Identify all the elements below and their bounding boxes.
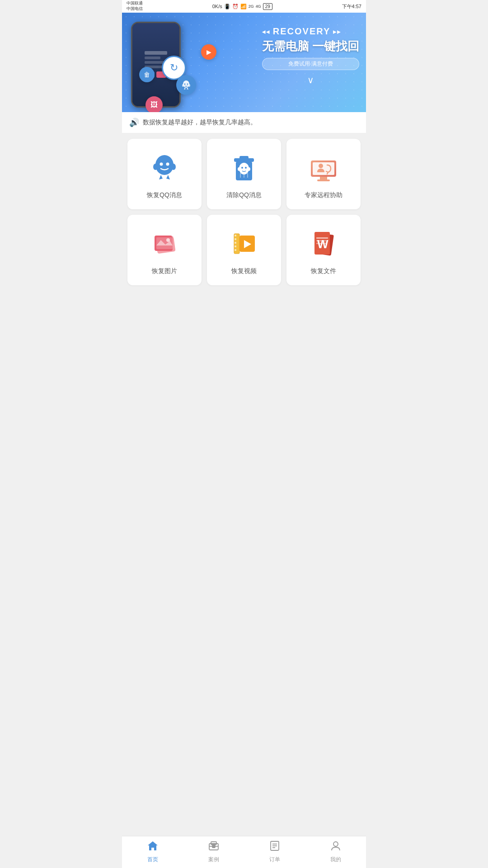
banner-title: 无需电脑 一键找回 — [262, 38, 359, 54]
svg-point-22 — [238, 167, 240, 171]
svg-rect-30 — [317, 179, 330, 181]
svg-rect-52 — [316, 243, 327, 244]
svg-rect-40 — [235, 235, 236, 236]
carrier2: 中国电信 — [127, 6, 143, 12]
recover-photo-icon — [148, 227, 181, 260]
float-photo-icon: 🖼 — [145, 96, 163, 112]
content-spacer — [122, 291, 366, 426]
svg-point-36 — [166, 238, 170, 242]
network-speed: 0K/s — [212, 4, 222, 9]
svg-point-20 — [241, 167, 243, 169]
vibrate-icon: 📳 — [224, 4, 230, 9]
svg-point-31 — [319, 164, 323, 168]
banner-subtitle: 免费试用·满意付费 — [262, 58, 359, 70]
svg-point-14 — [153, 164, 158, 170]
float-trash-icon: 🗑 — [139, 67, 155, 82]
svg-point-8 — [187, 84, 188, 85]
grid-item-recover-file[interactable]: W 恢复文件 — [286, 215, 361, 285]
svg-rect-51 — [316, 240, 326, 241]
banner-text: RECOVERY 无需电脑 一键找回 免费试用·满意付费 ∨ — [262, 26, 359, 85]
grid-item-recover-video[interactable]: 恢复视频 — [207, 215, 281, 285]
recover-photo-label: 恢复图片 — [152, 267, 177, 275]
svg-rect-50 — [316, 237, 328, 239]
carrier1: 中国联通 — [127, 1, 143, 6]
expert-remote-icon — [307, 151, 340, 184]
grid-item-recover-qq[interactable]: 恢复QQ消息 — [127, 139, 202, 209]
svg-rect-29 — [320, 177, 327, 179]
grid-item-recover-photo[interactable]: 恢复图片 — [127, 215, 202, 285]
clock: 下午4:57 — [342, 3, 361, 10]
notice-speaker-icon: 🔊 — [129, 118, 139, 127]
battery-icon: 29 — [263, 3, 272, 10]
wifi-icon: 📶 — [240, 4, 247, 9]
svg-point-7 — [184, 84, 186, 85]
svg-point-13 — [166, 163, 169, 166]
clear-qq-label: 清除QQ消息 — [226, 191, 262, 199]
banner-recovery-label: RECOVERY — [262, 26, 359, 37]
status-center: 0K/s 📳 ⏰ 📶 2G 4G 29 — [212, 3, 272, 10]
grid-item-clear-qq[interactable]: 清除QQ消息 — [207, 139, 281, 209]
svg-point-9 — [182, 84, 184, 87]
signal-2g-icon: 2G — [249, 4, 254, 9]
recover-file-icon: W — [307, 227, 340, 260]
recover-qq-icon — [148, 151, 181, 184]
svg-rect-0 — [145, 51, 167, 55]
status-bar: 中国联通 中国电信 0K/s 📳 ⏰ 📶 2G 4G 29 下午4:57 — [122, 0, 366, 13]
svg-rect-43 — [235, 245, 236, 247]
recover-qq-label: 恢复QQ消息 — [147, 191, 182, 199]
feature-grid: 恢复QQ消息 清除QQ消息 — [122, 133, 366, 291]
svg-point-15 — [171, 164, 176, 170]
svg-point-23 — [248, 167, 250, 171]
float-qq-icon — [176, 75, 196, 95]
clear-qq-icon — [228, 151, 260, 184]
svg-point-19 — [239, 163, 249, 175]
alarm-icon: ⏰ — [232, 4, 239, 9]
carrier-info: 中国联通 中国电信 — [127, 1, 143, 11]
float-video-icon: ▶ — [201, 44, 216, 60]
signal-4g-icon: 4G — [256, 4, 261, 9]
svg-rect-1 — [145, 57, 160, 59]
banner[interactable]: ↻ ▶ 🗑 🖼 RECOVERY 无需电脑 一键找回 免费试用·满意付费 ∨ — [122, 13, 366, 112]
svg-point-12 — [160, 163, 163, 166]
recover-video-label: 恢复视频 — [231, 267, 257, 275]
svg-rect-41 — [235, 238, 236, 240]
svg-point-10 — [188, 84, 190, 87]
svg-rect-42 — [235, 242, 236, 244]
svg-point-11 — [155, 155, 174, 175]
banner-chevron-icon: ∨ — [262, 75, 359, 85]
recover-video-icon — [228, 227, 260, 260]
expert-remote-label: 专家远程协助 — [305, 191, 343, 199]
notice-bar: 🔊 数据恢复越早越好，越早恢复几率越高。 — [122, 112, 366, 133]
notice-text: 数据恢复越早越好，越早恢复几率越高。 — [143, 118, 257, 127]
svg-point-21 — [245, 167, 247, 169]
recover-file-label: 恢复文件 — [311, 267, 336, 275]
svg-rect-18 — [239, 156, 249, 160]
banner-phone-mockup: ↻ ▶ 🗑 🖼 — [131, 22, 190, 112]
status-time: 下午4:57 — [342, 3, 361, 10]
svg-rect-44 — [235, 249, 236, 251]
grid-item-expert-remote[interactable]: 专家远程协助 — [286, 139, 361, 209]
